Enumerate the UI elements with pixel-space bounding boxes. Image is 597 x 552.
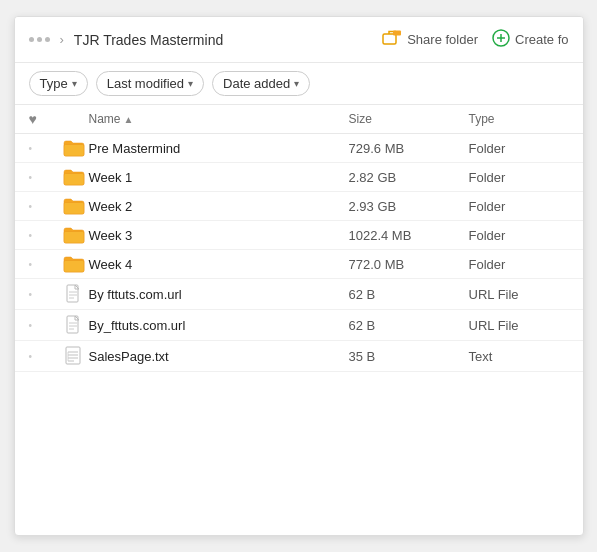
svg-rect-7 [64,203,84,215]
table-row[interactable]: • Week 31022.4 MBFolder [15,221,583,250]
breadcrumb-separator: › [60,32,64,47]
svg-rect-1 [393,31,401,36]
svg-rect-10 [67,285,78,302]
titlebar-actions: Share folder Create fo [382,29,568,50]
svg-rect-5 [64,145,84,157]
breadcrumb-current[interactable]: TJR Trades Mastermind [74,32,223,48]
file-size: 35 B [349,349,469,364]
create-button[interactable]: Create fo [492,29,568,50]
folder-icon [59,255,89,273]
row-bullet: • [29,230,59,241]
share-folder-button[interactable]: Share folder [382,30,478,49]
row-bullet: • [29,172,59,183]
dot2 [37,37,42,42]
folder-icon [59,226,89,244]
toolbar: Type ▾ Last modified ▾ Date added ▾ [15,63,583,105]
date-added-chevron: ▾ [294,78,299,89]
file-size: 1022.4 MB [349,228,469,243]
file-manager-window: › TJR Trades Mastermind Share folder [14,16,584,536]
folder-icon [59,139,89,157]
row-bullet: • [29,289,59,300]
file-type: URL File [469,318,569,333]
last-modified-filter-button[interactable]: Last modified ▾ [96,71,204,96]
url-file-icon [59,284,89,304]
header-size-label: Size [349,112,372,126]
file-type: Text [469,349,569,364]
file-size: 62 B [349,287,469,302]
file-name: SalesPage.txt [89,349,349,364]
date-added-filter-button[interactable]: Date added ▾ [212,71,310,96]
last-modified-filter-label: Last modified [107,76,184,91]
dot1 [29,37,34,42]
create-label: Create fo [515,32,568,47]
window-dots [29,37,50,42]
type-filter-chevron: ▾ [72,78,77,89]
file-name: Pre Mastermind [89,141,349,156]
file-type: Folder [469,257,569,272]
url-file-icon [59,315,89,335]
svg-rect-14 [67,316,78,333]
file-name: By fttuts.com.url [89,287,349,302]
header-name-label: Name [89,112,121,126]
file-size: 62 B [349,318,469,333]
file-name: Week 1 [89,170,349,185]
titlebar: › TJR Trades Mastermind Share folder [15,17,583,63]
row-bullet: • [29,259,59,270]
table-row[interactable]: • Week 4772.0 MBFolder [15,250,583,279]
table-body: • Pre Mastermind729.6 MBFolder• Week 12.… [15,134,583,372]
file-size: 729.6 MB [349,141,469,156]
header-size: Size [349,112,469,126]
folder-icon [59,197,89,215]
folder-icon [59,168,89,186]
share-folder-icon [382,30,402,49]
share-folder-label: Share folder [407,32,478,47]
row-bullet: • [29,201,59,212]
file-type: Folder [469,228,569,243]
row-bullet: • [29,143,59,154]
svg-rect-9 [64,261,84,273]
row-bullet: • [29,320,59,331]
file-name: Week 4 [89,257,349,272]
table-row[interactable]: • By_fttuts.com.url62 BURL File [15,310,583,341]
header-type-label: Type [469,112,495,126]
file-type: Folder [469,170,569,185]
text-file-icon [59,346,89,366]
file-type: URL File [469,287,569,302]
svg-rect-8 [64,232,84,244]
file-size: 2.82 GB [349,170,469,185]
create-icon [492,29,510,50]
last-modified-chevron: ▾ [188,78,193,89]
file-size: 2.93 GB [349,199,469,214]
header-favorite: ♥ [29,111,59,127]
date-added-filter-label: Date added [223,76,290,91]
table-row[interactable]: • Week 22.93 GBFolder [15,192,583,221]
table-row[interactable]: • Week 12.82 GBFolder [15,163,583,192]
table-row[interactable]: • Pre Mastermind729.6 MBFolder [15,134,583,163]
table-header: ♥ Name ▲ Size Type [15,105,583,134]
file-name: Week 3 [89,228,349,243]
file-type: Folder [469,141,569,156]
dot3 [45,37,50,42]
file-name: By_fttuts.com.url [89,318,349,333]
table-row[interactable]: • SalesPage.txt35 BText [15,341,583,372]
row-bullet: • [29,351,59,362]
heart-icon: ♥ [29,111,37,127]
type-filter-button[interactable]: Type ▾ [29,71,88,96]
header-type: Type [469,112,569,126]
header-name[interactable]: Name ▲ [89,112,349,126]
file-type: Folder [469,199,569,214]
type-filter-label: Type [40,76,68,91]
svg-rect-6 [64,174,84,186]
file-name: Week 2 [89,199,349,214]
file-size: 772.0 MB [349,257,469,272]
name-sort-arrow: ▲ [124,114,134,125]
table-row[interactable]: • By fttuts.com.url62 BURL File [15,279,583,310]
